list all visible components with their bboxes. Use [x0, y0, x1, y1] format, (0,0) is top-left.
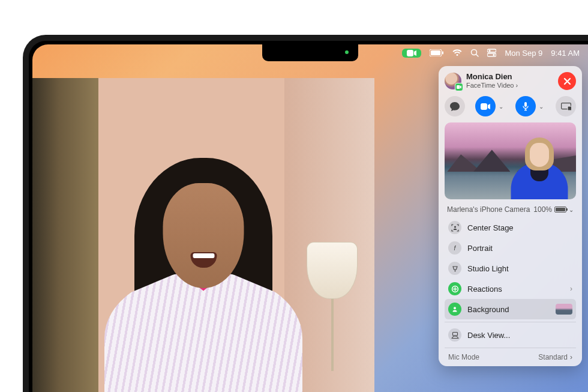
svg-rect-10 — [457, 85, 460, 89]
remote-participant-video — [89, 134, 317, 392]
camera-device-label: Marlena's iPhone Camera — [447, 205, 530, 214]
menubar-time[interactable]: 9:41 AM — [551, 49, 580, 58]
messages-button[interactable] — [445, 96, 465, 116]
screen: Mon Sep 9 9:41 AM — [32, 44, 588, 392]
display-notch — [262, 44, 358, 61]
svg-rect-14 — [568, 106, 571, 110]
svg-rect-12 — [524, 102, 527, 107]
studio-light-option[interactable]: Studio Light — [445, 258, 576, 279]
mic-mode-label: Mic Mode — [448, 353, 479, 361]
battery-icon — [554, 207, 566, 213]
camera-toggle-button[interactable] — [475, 96, 496, 116]
svg-rect-8 — [487, 53, 496, 56]
laptop-frame: Mon Sep 9 9:41 AM — [23, 35, 588, 392]
end-call-button[interactable] — [558, 72, 576, 90]
center-stage-icon — [448, 221, 461, 234]
search-icon[interactable] — [470, 49, 479, 57]
chevron-right-icon: › — [570, 285, 572, 293]
facetime-main-video — [32, 78, 374, 392]
desk-view-option[interactable]: Desk View... — [445, 325, 576, 345]
camera-options-chevron[interactable]: ⌄ — [497, 103, 505, 110]
svg-rect-0 — [407, 50, 413, 56]
svg-point-9 — [493, 54, 495, 56]
background-icon — [448, 303, 461, 316]
camera-device-row[interactable]: Marlena's iPhone Camera 100% ⌄ — [445, 205, 576, 214]
facetime-control-panel: Monica Dien FaceTime Video› ⌄ — [439, 66, 582, 366]
mic-mode-row[interactable]: Mic Mode Standard › — [445, 351, 576, 361]
contact-avatar[interactable] — [445, 73, 461, 89]
menubar: Mon Sep 9 9:41 AM — [396, 44, 588, 61]
svg-rect-11 — [481, 103, 487, 110]
reactions-option[interactable]: Reactions › — [445, 279, 576, 299]
svg-point-7 — [489, 50, 491, 52]
wifi-icon[interactable] — [452, 49, 462, 56]
svg-text:f: f — [454, 245, 457, 252]
svg-rect-2 — [431, 50, 440, 55]
chevron-right-icon: › — [570, 353, 572, 361]
chevron-right-icon: › — [515, 82, 518, 89]
svg-point-17 — [454, 270, 455, 271]
studio-light-icon — [448, 262, 461, 275]
battery-percent-text: 100% — [533, 205, 552, 214]
microphone-options-chevron[interactable]: ⌄ — [537, 103, 545, 110]
battery-icon[interactable] — [430, 49, 444, 56]
screen-share-button[interactable] — [556, 96, 576, 116]
facetime-badge-icon — [455, 83, 463, 91]
svg-rect-23 — [452, 332, 457, 336]
svg-point-15 — [454, 226, 455, 228]
portrait-option[interactable]: f Portrait — [445, 238, 576, 258]
self-preview-video[interactable] — [445, 122, 576, 199]
svg-line-5 — [476, 55, 479, 57]
reactions-icon — [448, 282, 461, 295]
background-option[interactable]: Background — [445, 299, 576, 319]
background-thumbnail — [556, 304, 572, 315]
mic-mode-value: Standard — [538, 353, 568, 361]
svg-point-22 — [454, 307, 456, 309]
microphone-toggle-button[interactable] — [515, 96, 536, 116]
menubar-date[interactable]: Mon Sep 9 — [505, 49, 542, 58]
facetime-menubar-indicator[interactable] — [402, 49, 421, 58]
camera-led-indicator — [345, 50, 349, 54]
call-type-link[interactable]: FaceTime Video› — [466, 82, 553, 89]
desk-view-icon — [448, 328, 461, 342]
svg-rect-3 — [442, 52, 443, 55]
svg-rect-6 — [487, 49, 496, 52]
control-center-icon[interactable] — [487, 49, 496, 57]
contact-name: Monica Dien — [466, 73, 553, 82]
center-stage-option[interactable]: Center Stage — [445, 217, 576, 238]
portrait-icon: f — [448, 241, 461, 255]
chevron-down-icon: ⌄ — [569, 207, 574, 213]
